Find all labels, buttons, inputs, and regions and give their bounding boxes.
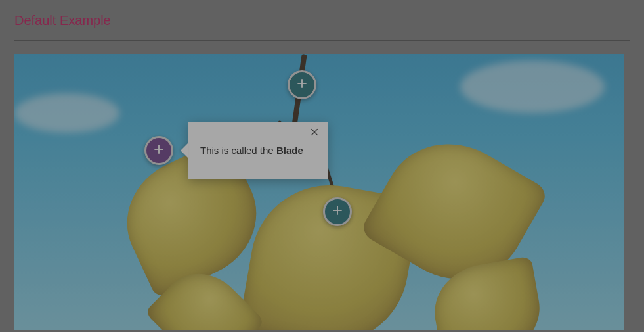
plus-icon bbox=[152, 143, 165, 158]
tooltip-close-button[interactable] bbox=[308, 127, 321, 140]
close-icon bbox=[309, 127, 320, 140]
section-title: Default Example bbox=[14, 13, 630, 28]
section-divider bbox=[14, 40, 630, 41]
tooltip-text: This is called the Blade bbox=[200, 143, 303, 157]
hotspot-1[interactable] bbox=[288, 70, 316, 99]
plus-icon bbox=[295, 77, 309, 93]
hotspot-3[interactable] bbox=[323, 197, 352, 226]
background-scene bbox=[14, 54, 624, 330]
tooltip-term: Blade bbox=[276, 145, 303, 156]
tooltip-prefix: This is called the bbox=[200, 145, 276, 156]
plus-icon bbox=[331, 204, 344, 220]
annotated-image: This is called the Blade bbox=[14, 54, 624, 330]
hotspot-tooltip: This is called the Blade bbox=[188, 122, 328, 179]
tooltip-arrow bbox=[181, 143, 188, 158]
hotspot-2[interactable] bbox=[144, 136, 173, 165]
